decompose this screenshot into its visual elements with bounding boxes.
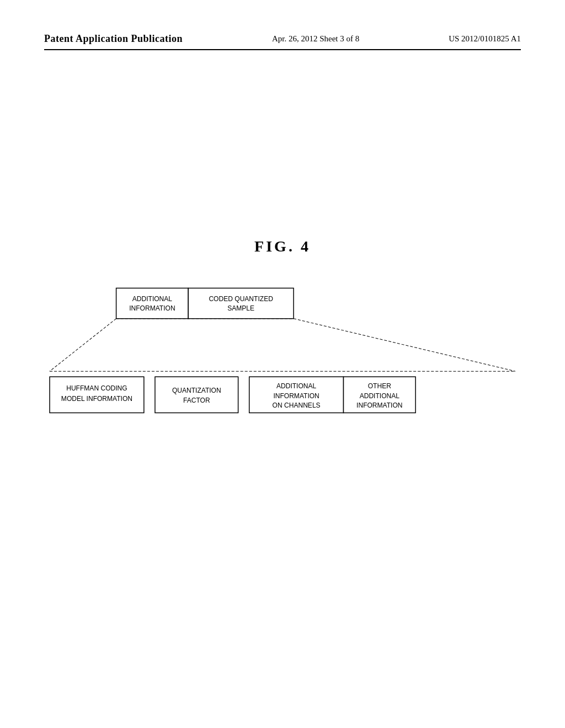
date-sheet-label: Apr. 26, 2012 Sheet 3 of 8 [272, 33, 359, 44]
bottom-box2-label1: QUANTIZATION [172, 387, 221, 394]
bottom-box3-label1: ADDITIONAL [276, 382, 317, 390]
bottom-box1-label2: MODEL INFORMATION [61, 395, 132, 403]
left-dashed-line [50, 319, 116, 371]
diagram-area: ADDITIONAL INFORMATION CODED QUANTIZED S… [44, 277, 521, 432]
bottom-box4-label3: INFORMATION [356, 402, 402, 409]
page-header: Patent Application Publication Apr. 26, … [44, 33, 521, 50]
bottom-box3-label3: ON CHANNELS [273, 402, 321, 409]
patent-number-label: US 2012/0101825 A1 [449, 33, 521, 44]
top-left-label2: INFORMATION [129, 304, 175, 312]
page: Patent Application Publication Apr. 26, … [0, 0, 565, 728]
bottom-box4-label2: ADDITIONAL [360, 392, 400, 400]
right-dashed-line [294, 319, 515, 371]
figure-title: FIG. 4 [44, 238, 521, 255]
bottom-box2-label2: FACTOR [183, 397, 210, 404]
top-right-label1: CODED QUANTIZED [209, 295, 273, 303]
bottom-box3-label2: INFORMATION [273, 392, 319, 400]
diagram-svg: ADDITIONAL INFORMATION CODED QUANTIZED S… [44, 277, 521, 432]
top-left-box [116, 288, 189, 318]
top-left-label1: ADDITIONAL [132, 295, 173, 303]
bottom-box1-label1: HUFFMAN CODING [66, 384, 127, 392]
top-right-label2: SAMPLE [227, 304, 254, 312]
bottom-box2 [155, 377, 238, 413]
top-right-box [188, 288, 294, 318]
bottom-box4-label1: OTHER [368, 382, 391, 390]
publication-label: Patent Application Publication [44, 33, 183, 45]
